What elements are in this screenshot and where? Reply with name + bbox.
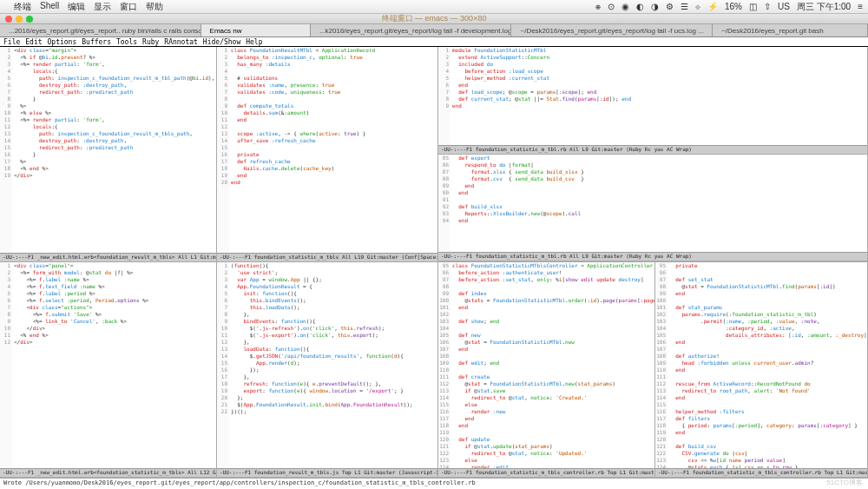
pane-erb-results[interactable]: 12345678910111213141516171819 <div class… [0,47,217,262]
notification-center-icon[interactable]: ≡ [858,2,863,11]
code-area[interactable]: module FoundationStatisticMTbl extend Ac… [452,47,867,109]
minibuffer[interactable]: Wrote /Users/yuanmomo/Desk2016/eyes_repo… [0,478,868,489]
modeline: -UU-:---F1 foundation_statistic_m_tbl.rb… [438,252,867,261]
status-icon[interactable]: ⚙ [666,2,674,11]
modeline: -UU-:---F1 foundation_statistic_m_tbls_c… [438,468,654,477]
status-icon[interactable]: ◐ [636,2,644,11]
pane-model[interactable]: 1234567891011121314151617181920 class Fo… [217,47,438,262]
line-gutter: 9596979899100101102103104105106107108109… [438,262,450,477]
modeline: -UU-:---F1 foundation_result_m_tbls.js T… [217,468,437,477]
modeline: -UU-:---F1 foundation_statistic_m_tbls_c… [655,468,867,477]
code-area[interactable]: (function(){ 'use strict'; var App = win… [231,262,437,415]
tab-tail-dev-log[interactable]: ...k2016/eyes_report.git/eyes_report/log… [311,24,512,36]
battery-percent: 16% [725,2,742,11]
code-area[interactable]: <div class="panel"> <%= form_with model:… [14,262,216,346]
code-area[interactable]: <div class="margin"> <% if @bi.id.presen… [14,47,216,179]
menu-view[interactable]: 显示 [94,1,111,13]
emacs-menubar: File Edit Options Buffers Tools Ruby RAn… [0,37,868,47]
line-gutter: 1234567891011121314151617181920 [217,47,229,261]
emacs-menu-rannotat[interactable]: RAnnotat [164,38,198,46]
emacs-menu-edit[interactable]: Edit [25,38,42,46]
status-icon[interactable]: ◫ [749,2,757,11]
line-gutter: 12345678910111213141516171819202122 [217,262,229,477]
input-source-icon[interactable]: ⇧ [764,2,771,11]
clock[interactable]: 周三 下午1:00 [797,1,851,13]
status-icon[interactable]: ⟐ [695,2,700,11]
line-gutter: 123456789 [438,47,450,154]
tab-rails-console[interactable]: ...2016/eyes_report.git/eyes_report.. ru… [0,24,201,36]
mac-menubar: 终端 Shell 编辑 显示 窗口 帮助 ⎈ ⊙ ◉ ◐ ◑ ⚙ ☰ ⟐ ⚡ 1… [0,0,868,14]
status-icon[interactable]: ⊙ [608,2,615,11]
battery-icon[interactable]: ⚡ [707,2,718,11]
pane-erb-stats[interactable]: 123456789101112 <div class="panel"> <%= … [0,262,217,478]
maximize-button[interactable] [26,16,33,23]
subpane-concern-b[interactable]: 85868788899091929394 def export respond_… [438,155,867,262]
status-icon[interactable]: ☰ [681,2,688,11]
emacs-menu-buffers[interactable]: Buffers [82,38,111,46]
pane-js[interactable]: 12345678910111213141516171819202122 (fun… [217,262,438,478]
line-gutter: 85868788899091929394 [438,155,450,261]
pane-controller-a[interactable]: 9596979899100101102103104105106107108109… [438,262,655,478]
menu-help[interactable]: 帮助 [146,1,163,13]
tab-emacs[interactable]: Emacs nw [201,24,311,36]
emacs-menu-help[interactable]: Help [246,38,262,46]
menu-window[interactable]: 窗口 [120,1,137,13]
modeline: -UU-:---F1 foundation_statistic_m_tbl.rb… [438,145,867,154]
line-gutter: 123456789101112 [0,262,12,477]
status-icon[interactable]: ⎈ [595,2,601,11]
code-area[interactable]: class FoundationStatisticMTblsController… [452,262,654,478]
tab-bash[interactable]: ~/Desk2016/eyes_report.git bash [713,24,868,36]
code-area[interactable]: def export respond_to do |format| format… [452,155,867,224]
emacs-menu-tools[interactable]: Tools [116,38,137,46]
minimize-button[interactable] [16,16,23,23]
status-icon[interactable]: ◑ [651,2,659,11]
emacs-menu-options[interactable]: Options [48,38,77,46]
window-title: 终端窗口 — emacs — 300×80 [382,13,487,24]
menu-shell[interactable]: Shell [40,1,59,13]
modeline: -UU-:---F1 _new_edit.html.erb<foundation… [0,468,216,477]
pane-controller-b[interactable]: 9596979899100101102103104105106107108109… [655,262,868,478]
line-gutter: 12345678910111213141516171819 [0,47,12,261]
menu-edit[interactable]: 编辑 [68,1,85,13]
close-button[interactable] [5,16,12,23]
code-area[interactable]: private def set_stat @stat = FoundationS… [669,262,867,478]
pane-concern-top[interactable]: 123456789 module FoundationStatisticMTbl… [438,47,868,262]
emacs-menu-hideshow[interactable]: Hide/Show [203,38,240,46]
input-source-label[interactable]: US [778,2,790,11]
subpane-concern-a[interactable]: 123456789 module FoundationStatisticMTbl… [438,47,867,155]
tab-tail-ucs-log[interactable]: ~/Desk2016/eyes_report.git/eyes_report/l… [511,24,713,36]
status-icon[interactable]: ◉ [621,2,629,11]
terminal-tabs: ...2016/eyes_report.git/eyes_report.. ru… [0,24,868,37]
code-area[interactable]: class FoundationResultMTbl < Application… [231,47,437,186]
line-gutter: 9596979899100101102103104105106107108109… [655,262,667,477]
menu-terminal[interactable]: 终端 [14,1,31,13]
modeline: -UU-:---F1 foundation_statistic_m_tbls A… [217,253,437,261]
modeline: -UU-:---F1 _new_edit.html.erb<foundation… [0,253,216,261]
emacs-editor: 12345678910111213141516171819 <div class… [0,47,868,489]
window-titlebar[interactable]: 终端窗口 — emacs — 300×80 [0,14,868,24]
emacs-menu-file[interactable]: File [3,38,20,46]
watermark: 51CTO博客 [826,478,863,487]
emacs-menu-ruby[interactable]: Ruby [142,38,159,46]
